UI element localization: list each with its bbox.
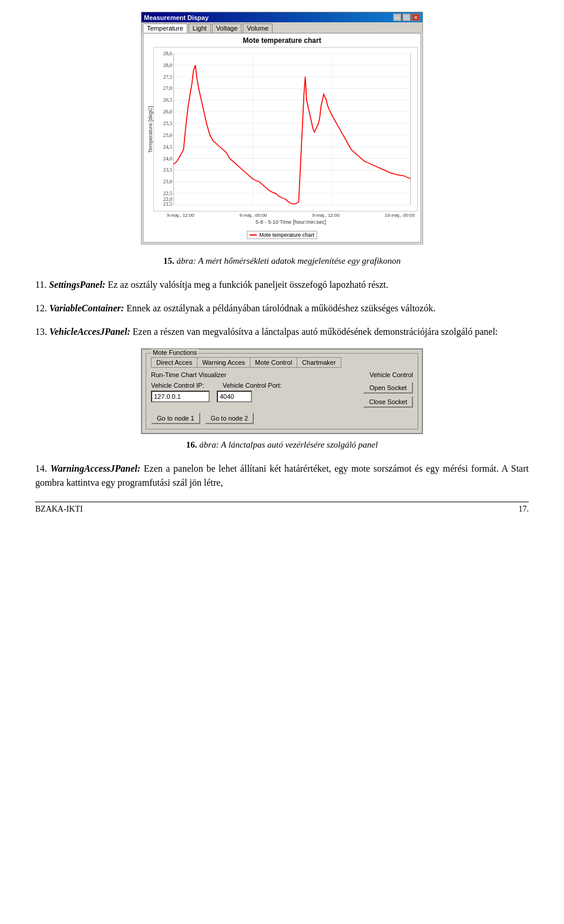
para-14-italic-bold: WarningAccessJPanel: xyxy=(51,463,140,473)
svg-text:26,5: 26,5 xyxy=(163,98,173,103)
para-12-italic-bold: VariableContainer: xyxy=(49,303,124,313)
maximize-button[interactable]: □ xyxy=(402,14,411,21)
goto-node1-button[interactable]: Go to node 1 xyxy=(151,412,200,424)
svg-text:24,5: 24,5 xyxy=(163,144,173,149)
paragraph-11: 11. SettingsPanel: Ez az osztály valósít… xyxy=(35,278,529,292)
tab-light[interactable]: Light xyxy=(189,23,211,33)
para-12-text: Ennek az osztálynak a példányában tároló… xyxy=(124,303,435,313)
field-labels: Vehicle Control IP: Vehicle Control Port… xyxy=(151,382,358,389)
caption-15-number: 15. xyxy=(163,256,174,266)
port-input[interactable] xyxy=(217,391,252,402)
svg-text:23,0: 23,0 xyxy=(163,179,173,184)
tab-temperature[interactable]: Temperature xyxy=(143,23,187,33)
inputs-and-buttons: Vehicle Control IP: Vehicle Control Port… xyxy=(151,382,413,408)
svg-text:25,5: 25,5 xyxy=(163,121,173,126)
para-13-number: 13. xyxy=(35,327,47,337)
tab-warning-acces[interactable]: Warning Acces xyxy=(197,357,250,368)
svg-text:22,5: 22,5 xyxy=(163,191,173,196)
chart-plot: 28,6 28,0 27,5 27,0 26,5 26,0 25,5 25,0 … xyxy=(153,47,418,211)
caption-16-number: 16. xyxy=(186,440,197,449)
run-time-label: Run-Time Chart Visualizer xyxy=(151,371,226,378)
open-socket-button[interactable]: Open Socket xyxy=(363,382,413,394)
paragraph-14: 14. WarningAccessJPanel: Ezen a panelon … xyxy=(35,462,529,490)
tab-volume[interactable]: Volume xyxy=(243,23,273,33)
para-12-number: 12. xyxy=(35,303,47,313)
paragraph-12: 12. VariableContainer: Ennek az osztályn… xyxy=(35,301,529,315)
svg-text:27,5: 27,5 xyxy=(163,74,173,79)
svg-text:28,6: 28,6 xyxy=(163,51,173,56)
vehicle-control-label: Vehicle Control xyxy=(370,371,413,378)
y-axis-label: Temperature [degC] xyxy=(146,47,153,211)
legend-color xyxy=(250,234,257,236)
caption-15-text: ábra: A mért hőmérsékleti adatok megjele… xyxy=(177,256,401,266)
paragraph-13: 13. VehicleAccesJPanel: Ezen a részen va… xyxy=(35,325,529,339)
para-13-text: Ezen a részen van megvalósítva a lánctal… xyxy=(130,327,498,337)
chart-legend: Mote temperature chart xyxy=(146,227,418,239)
ip-label: Vehicle Control IP: xyxy=(151,382,216,389)
mote-functions-group: Mote Functions Direct Acces Warning Acce… xyxy=(146,353,418,429)
caption-15: 15. ábra: A mért hőmérsékleti adatok meg… xyxy=(35,256,529,266)
para-14-number: 14. xyxy=(35,463,47,473)
chart-svg: 28,6 28,0 27,5 27,0 26,5 26,0 25,5 25,0 … xyxy=(154,48,417,211)
panel-window: Mote Functions Direct Acces Warning Acce… xyxy=(141,348,423,434)
svg-text:26,0: 26,0 xyxy=(163,109,173,115)
titlebar-buttons: — □ ✕ xyxy=(393,14,420,21)
svg-text:25,0: 25,0 xyxy=(163,132,173,137)
labels-row: Run-Time Chart Visualizer Vehicle Contro… xyxy=(151,371,413,378)
chart-titlebar: Measurement Dispay — □ ✕ xyxy=(142,12,422,22)
footer: BZAKA-IKTI 17. xyxy=(35,502,529,514)
node-buttons-row: Go to node 1 Go to node 2 xyxy=(151,412,413,424)
chart-window: Measurement Dispay — □ ✕ Temperature Lig… xyxy=(141,12,423,244)
tab-direct-acces[interactable]: Direct Acces xyxy=(151,357,197,368)
legend-item: Mote temperature chart xyxy=(247,231,317,239)
chart-tabs: Temperature Light Voltage Volume xyxy=(142,22,422,33)
chart-window-title: Measurement Dispay xyxy=(144,14,209,21)
field-inputs xyxy=(151,391,358,402)
x-tick-2: 9-máj., 00:00 xyxy=(240,213,267,218)
para-13-italic-bold: VehicleAccesJPanel: xyxy=(49,327,130,337)
chart-title: Mote temperature chart xyxy=(146,36,418,45)
para-11-number: 11. xyxy=(35,280,46,290)
tab-voltage[interactable]: Voltage xyxy=(212,23,242,33)
x-tick-3: 9-máj., 12:00 xyxy=(312,213,340,218)
chart-content: Mote temperature chart Temperature [degC… xyxy=(143,33,421,243)
para-11-text: Ez az osztály valósítja meg a funkciók p… xyxy=(105,280,388,290)
footer-right: 17. xyxy=(519,505,529,514)
para-11-italic-bold: SettingsPanel: xyxy=(49,280,105,290)
chart-area: Temperature [degC] xyxy=(146,47,418,211)
svg-text:23,5: 23,5 xyxy=(163,167,173,173)
port-label: Vehicle Control Port: xyxy=(223,382,281,389)
minimize-button[interactable]: — xyxy=(393,14,401,21)
svg-text:24,0: 24,0 xyxy=(163,156,173,161)
footer-left: BZAKA-IKTI xyxy=(35,505,83,514)
close-socket-button[interactable]: Close Socket xyxy=(363,396,413,408)
panel-tabs-row: Direct Acces Warning Acces Mote Control … xyxy=(151,357,413,368)
caption-16: 16. ábra: A lánctalpas autó vezérlésére … xyxy=(35,440,529,450)
x-axis-area: 9-máj., 12:00 9-máj., 00:00 9-máj., 12:0… xyxy=(146,213,418,225)
goto-node2-button[interactable]: Go to node 2 xyxy=(205,412,254,424)
socket-buttons: Open Socket Close Socket xyxy=(363,382,413,408)
legend-label: Mote temperature chart xyxy=(259,232,314,238)
x-axis-label: 5-8 - 5-10 Time [hour:min:sec] xyxy=(164,219,418,225)
mote-functions-label: Mote Functions xyxy=(151,349,199,356)
tab-mote-control[interactable]: Mote Control xyxy=(250,357,297,368)
tab-chartmaker[interactable]: Chartmaker xyxy=(297,357,341,368)
svg-text:27,0: 27,0 xyxy=(163,86,173,91)
close-button[interactable]: ✕ xyxy=(412,14,420,21)
x-ticks: 9-máj., 12:00 9-máj., 00:00 9-máj., 12:0… xyxy=(164,213,418,218)
x-tick-1: 9-máj., 12:00 xyxy=(167,213,194,218)
inputs-section: Vehicle Control IP: Vehicle Control Port… xyxy=(151,382,358,402)
caption-16-text: ábra: A lánctalpas autó vezérlésére szol… xyxy=(199,440,378,449)
x-tick-4: 10-máj., 00:00 xyxy=(385,213,415,218)
ip-input[interactable] xyxy=(151,391,210,402)
svg-text:28,0: 28,0 xyxy=(163,62,173,68)
svg-text:21,5: 21,5 xyxy=(163,201,173,207)
